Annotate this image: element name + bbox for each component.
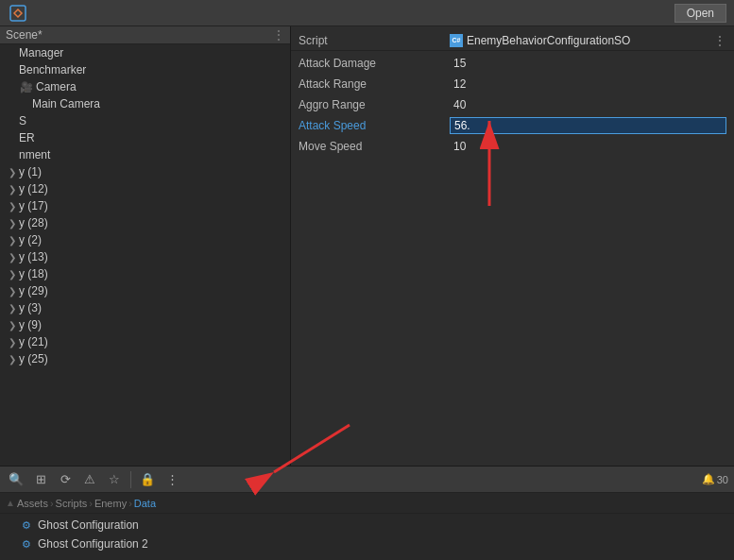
- scene-icon: [8, 3, 28, 24]
- hierarchy-item[interactable]: ❯y (17): [0, 197, 290, 214]
- hierarchy-item-label: y (29): [19, 284, 290, 297]
- field-value-2: 40: [450, 98, 726, 111]
- lock-button[interactable]: 🔒: [137, 469, 158, 490]
- breadcrumb-scripts[interactable]: Scripts: [56, 498, 88, 509]
- hierarchy-item[interactable]: ❯y (12): [0, 180, 290, 197]
- history-button[interactable]: ⟳: [55, 469, 76, 490]
- assets-list: ⚙ Ghost Configuration ⚙ Ghost Configurat…: [0, 514, 734, 560]
- main-content: Scene* ⋮ ManagerBenchmarker🎥CameraMain C…: [0, 26, 734, 466]
- expand-icon: ❯: [6, 235, 19, 246]
- script-badge-icon: C#: [450, 34, 463, 47]
- inspector-field-row: Attack Damage 15: [291, 53, 734, 74]
- hierarchy-item[interactable]: ❯y (9): [0, 316, 290, 333]
- asset-scriptable-icon: ⚙: [19, 518, 34, 533]
- breadcrumb-assets[interactable]: Assets: [17, 498, 48, 509]
- expand-icon: ❯: [6, 303, 19, 314]
- field-value-4: 10: [450, 140, 726, 153]
- field-value-1: 12: [450, 77, 726, 91]
- camera-icon: 🎥: [19, 79, 34, 94]
- hierarchy-panel: Scene* ⋮ ManagerBenchmarker🎥CameraMain C…: [0, 26, 291, 466]
- expand-icon: ❯: [6, 184, 19, 195]
- script-menu-icon[interactable]: ⋮: [713, 33, 726, 48]
- hierarchy-item-label: Benchmarker: [19, 63, 290, 76]
- hierarchy-menu-icon[interactable]: ⋮: [273, 28, 284, 42]
- hierarchy-item[interactable]: ❯y (25): [0, 350, 290, 367]
- warning-button[interactable]: ⚠: [79, 469, 100, 490]
- hierarchy-item-label: Main Camera: [32, 97, 290, 110]
- hierarchy-item-label: nment: [19, 148, 290, 161]
- toolbar-menu-button[interactable]: ⋮: [162, 469, 182, 490]
- hierarchy-item-label: Camera: [36, 80, 290, 93]
- inspector-field-row: Attack Range 12: [291, 74, 734, 94]
- hierarchy-item[interactable]: ❯y (13): [0, 248, 290, 265]
- hierarchy-item[interactable]: ❯y (28): [0, 214, 290, 231]
- breadcrumb-collapse-icon[interactable]: ▲: [6, 498, 15, 508]
- hierarchy-item[interactable]: nment: [0, 146, 290, 163]
- field-label-0: Attack Damage: [299, 57, 450, 70]
- count-value: 30: [717, 474, 728, 485]
- hierarchy-item[interactable]: ❯y (18): [0, 265, 290, 282]
- hierarchy-item[interactable]: Benchmarker: [0, 61, 290, 78]
- field-input-3[interactable]: [450, 117, 726, 134]
- hierarchy-item-label: y (1): [19, 165, 290, 178]
- hierarchy-item-label: y (12): [19, 182, 290, 195]
- toolbar-count: 🔔 30: [702, 473, 728, 485]
- asset-label: Ghost Configuration 2: [38, 537, 148, 551]
- hierarchy-item-label: ER: [19, 131, 290, 144]
- hierarchy-title: Scene*: [6, 28, 43, 42]
- hierarchy-item-label: y (3): [19, 301, 290, 314]
- script-label: Script: [299, 34, 450, 47]
- search-button[interactable]: 🔍: [6, 469, 26, 490]
- hierarchy-item[interactable]: 🎥Camera: [0, 78, 290, 95]
- bottom-toolbar: 🔍 ⊞ ⟳ ⚠ ☆ 🔒 ⋮ 🔔 30: [0, 467, 734, 493]
- expand-icon: ❯: [6, 167, 19, 178]
- asset-scriptable-icon: ⚙: [19, 536, 34, 552]
- hierarchy-list[interactable]: ManagerBenchmarker🎥CameraMain CameraSERn…: [0, 44, 290, 466]
- expand-icon: ❯: [6, 252, 19, 263]
- breadcrumb-enemy[interactable]: Enemy: [94, 498, 127, 509]
- hierarchy-item[interactable]: S: [0, 112, 290, 129]
- svg-rect-0: [10, 6, 26, 21]
- breadcrumb-data[interactable]: Data: [134, 498, 156, 509]
- hierarchy-item-label: y (21): [19, 335, 290, 348]
- asset-label: Ghost Configuration: [38, 518, 139, 532]
- breadcrumb-bar: ▲ Assets › Scripts › Enemy › Data: [0, 493, 734, 514]
- asset-item[interactable]: ⚙ Ghost Configuration 2: [0, 535, 734, 553]
- hierarchy-item-label: y (25): [19, 352, 290, 365]
- hierarchy-item-label: y (18): [19, 267, 290, 280]
- expand-icon: ❯: [6, 201, 19, 212]
- script-value: C# EnemyBehaviorConfigurationSO ⋮: [450, 33, 726, 48]
- inspector-fields: Attack Damage 15 Attack Range 12 Aggro R…: [291, 53, 734, 157]
- hierarchy-item[interactable]: ❯y (21): [0, 333, 290, 350]
- expand-icon: ❯: [6, 337, 19, 348]
- expand-icon: ❯: [6, 269, 19, 280]
- favorite-button[interactable]: ☆: [104, 469, 125, 490]
- expand-icon: ❯: [6, 286, 19, 297]
- inspector-panel: Script C# EnemyBehaviorConfigurationSO ⋮…: [291, 26, 734, 466]
- grid-view-button[interactable]: ⊞: [30, 469, 51, 490]
- asset-item[interactable]: ⚙ Ghost Configuration: [0, 516, 734, 535]
- open-button[interactable]: Open: [674, 4, 726, 23]
- script-name: EnemyBehaviorConfigurationSO: [467, 34, 630, 47]
- field-label-2: Aggro Range: [299, 98, 450, 111]
- hierarchy-item[interactable]: ❯y (2): [0, 231, 290, 248]
- inspector-field-row: Aggro Range 40: [291, 94, 734, 115]
- toolbar-sep: [130, 471, 131, 488]
- hierarchy-item[interactable]: Main Camera: [0, 95, 290, 112]
- hierarchy-item[interactable]: ❯y (1): [0, 163, 290, 180]
- hierarchy-item[interactable]: ❯y (29): [0, 282, 290, 299]
- hierarchy-item-label: y (9): [19, 318, 290, 331]
- hierarchy-item[interactable]: ❯y (3): [0, 299, 290, 316]
- inspector-field-row: Move Speed 10: [291, 136, 734, 157]
- field-label-1: Attack Range: [299, 77, 450, 91]
- top-bar: Open: [0, 0, 734, 26]
- hierarchy-item[interactable]: Manager: [0, 44, 290, 61]
- hierarchy-header: Scene* ⋮: [0, 26, 290, 44]
- hierarchy-item-label: Manager: [19, 46, 290, 59]
- hierarchy-item-label: y (13): [19, 250, 290, 263]
- hierarchy-item-label: y (28): [19, 216, 290, 229]
- hierarchy-item[interactable]: ER: [0, 129, 290, 146]
- script-row: Script C# EnemyBehaviorConfigurationSO ⋮: [291, 30, 734, 51]
- inspector-area: Script C# EnemyBehaviorConfigurationSO ⋮…: [291, 26, 734, 466]
- inspector-field-row: Attack Speed: [291, 115, 734, 136]
